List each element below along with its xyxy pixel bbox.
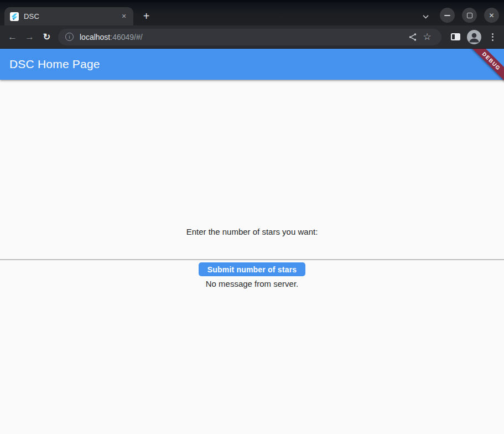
new-tab-button[interactable]: + [139,9,154,24]
url-host: localhost [80,33,110,42]
address-bar[interactable]: i localhost:46049/#/ ☆ [58,29,441,45]
tab-title: DSC [24,12,119,20]
side-panel-icon [451,33,460,40]
stars-input[interactable] [0,242,504,260]
page-content: Enter the number of stars you want: Subm… [0,80,504,434]
server-message: No message from server. [206,278,299,289]
back-button[interactable]: ← [4,28,21,46]
chevron-down-icon[interactable] [423,13,429,18]
site-info-icon[interactable]: i [65,33,74,41]
close-window-button[interactable]: ✕ [484,8,499,23]
window-controls: ✕ [423,8,499,23]
tab-close-icon[interactable]: ✕ [119,12,129,22]
titlebar: DSC ✕ + ✕ [0,0,504,25]
url-path: :46049/#/ [110,33,142,42]
toolbar-right-cluster [447,29,500,45]
maximize-button[interactable] [462,8,477,23]
page-title: DSC Home Page [9,58,100,71]
side-panel-button[interactable] [447,29,464,45]
stars-prompt-label: Enter the number of stars you want: [186,226,318,237]
menu-dot [492,33,493,35]
menu-dot [492,36,493,38]
profile-button[interactable] [466,29,482,45]
flutter-favicon-icon [10,12,19,21]
avatar [467,30,481,44]
share-icon[interactable] [406,30,420,44]
minimize-icon [444,15,450,16]
url-text: localhost:46049/#/ [80,33,143,42]
maximize-icon [467,13,472,18]
close-icon: ✕ [489,12,494,19]
bookmark-star-icon[interactable]: ☆ [420,30,434,44]
browser-menu-button[interactable] [485,29,500,45]
submit-stars-button[interactable]: Submit number of stars [199,262,306,276]
browser-tab-dsc[interactable]: DSC ✕ [4,7,133,25]
minimize-button[interactable] [440,8,455,23]
menu-dot [492,39,493,41]
reload-button[interactable]: ↻ [38,28,55,46]
web-page: DSC Home Page DEBUG Enter the number of … [0,49,504,434]
browser-toolbar: ← → ↻ i localhost:46049/#/ ☆ [0,25,504,49]
forward-button[interactable]: → [21,28,38,46]
app-bar: DSC Home Page [0,49,504,80]
browser-window: DSC ✕ + ✕ ← → ↻ i localhost:46049/#/ [0,0,504,434]
